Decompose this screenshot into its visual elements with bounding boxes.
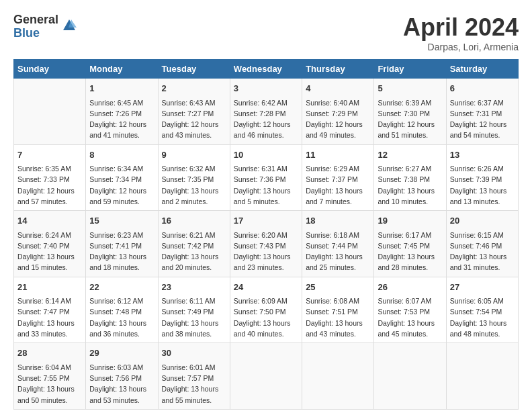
day-cell: 23Sunrise: 6:11 AMSunset: 7:49 PMDayligh…	[158, 277, 230, 343]
logo-blue: Blue	[13, 27, 58, 40]
cell-content: Sunrise: 6:27 AMSunset: 7:38 PMDaylight:…	[378, 163, 442, 207]
day-cell: 27Sunrise: 6:05 AMSunset: 7:54 PMDayligh…	[446, 277, 518, 343]
day-cell: 16Sunrise: 6:21 AMSunset: 7:42 PMDayligh…	[158, 211, 230, 277]
day-number: 19	[378, 214, 442, 228]
day-cell: 4Sunrise: 6:40 AMSunset: 7:29 PMDaylight…	[302, 79, 374, 145]
day-cell: 10Sunrise: 6:31 AMSunset: 7:36 PMDayligh…	[230, 144, 302, 211]
week-row-1: 1Sunrise: 6:45 AMSunset: 7:26 PMDaylight…	[14, 79, 519, 145]
day-cell: 13Sunrise: 6:26 AMSunset: 7:39 PMDayligh…	[446, 144, 518, 211]
day-number: 12	[378, 148, 442, 162]
day-number: 3	[234, 82, 298, 95]
logo-general: General	[13, 13, 58, 27]
cell-content: Sunrise: 6:15 AMSunset: 7:46 PMDaylight:…	[450, 230, 515, 273]
cell-content: Sunrise: 6:42 AMSunset: 7:28 PMDaylight:…	[234, 97, 298, 141]
weekday-header-monday: Monday	[86, 60, 158, 79]
cell-content: Sunrise: 6:20 AMSunset: 7:43 PMDaylight:…	[234, 230, 298, 273]
cell-content: Sunrise: 6:39 AMSunset: 7:30 PMDaylight:…	[378, 97, 442, 141]
day-number: 27	[450, 281, 515, 294]
cell-content: Sunrise: 6:09 AMSunset: 7:50 PMDaylight:…	[234, 295, 298, 339]
day-number: 20	[450, 214, 515, 228]
day-cell: 21Sunrise: 6:14 AMSunset: 7:47 PMDayligh…	[14, 277, 86, 343]
day-number: 4	[306, 82, 370, 95]
day-cell: 3Sunrise: 6:42 AMSunset: 7:28 PMDaylight…	[230, 79, 302, 145]
cell-content: Sunrise: 6:32 AMSunset: 7:35 PMDaylight:…	[162, 163, 226, 207]
logo: General Blue	[13, 13, 77, 40]
day-cell: 12Sunrise: 6:27 AMSunset: 7:38 PMDayligh…	[374, 144, 446, 211]
cell-content: Sunrise: 6:45 AMSunset: 7:26 PMDaylight:…	[89, 97, 154, 141]
day-number: 26	[378, 281, 442, 294]
day-number: 30	[162, 347, 226, 360]
cell-content: Sunrise: 6:40 AMSunset: 7:29 PMDaylight:…	[306, 97, 370, 141]
day-cell: 19Sunrise: 6:17 AMSunset: 7:45 PMDayligh…	[374, 211, 446, 277]
day-number: 8	[89, 148, 154, 162]
calendar-table: SundayMondayTuesdayWednesdayThursdayFrid…	[13, 59, 519, 410]
day-cell: 29Sunrise: 6:03 AMSunset: 7:56 PMDayligh…	[86, 343, 158, 410]
cell-content: Sunrise: 6:17 AMSunset: 7:45 PMDaylight:…	[378, 230, 442, 273]
day-number: 1	[89, 82, 154, 95]
day-number: 22	[89, 281, 154, 294]
day-cell: 30Sunrise: 6:01 AMSunset: 7:57 PMDayligh…	[158, 343, 230, 410]
day-number: 7	[17, 148, 82, 162]
cell-content: Sunrise: 6:43 AMSunset: 7:27 PMDaylight:…	[162, 97, 226, 141]
cell-content: Sunrise: 6:05 AMSunset: 7:54 PMDaylight:…	[450, 295, 515, 339]
week-row-4: 21Sunrise: 6:14 AMSunset: 7:47 PMDayligh…	[14, 277, 519, 343]
day-cell: 24Sunrise: 6:09 AMSunset: 7:50 PMDayligh…	[230, 277, 302, 343]
month-title: April 2024	[403, 13, 519, 42]
day-cell	[302, 343, 374, 410]
cell-content: Sunrise: 6:35 AMSunset: 7:33 PMDaylight:…	[17, 163, 82, 207]
page-header: General Blue April 2024 Darpas, Lori, Ar…	[13, 13, 519, 52]
day-cell: 7Sunrise: 6:35 AMSunset: 7:33 PMDaylight…	[14, 144, 86, 211]
weekday-header-saturday: Saturday	[446, 60, 518, 79]
day-number: 28	[17, 347, 82, 360]
day-number: 16	[162, 214, 226, 228]
cell-content: Sunrise: 6:34 AMSunset: 7:34 PMDaylight:…	[89, 163, 154, 207]
weekday-header-wednesday: Wednesday	[230, 60, 302, 79]
day-cell: 18Sunrise: 6:18 AMSunset: 7:44 PMDayligh…	[302, 211, 374, 277]
day-cell	[446, 343, 518, 410]
cell-content: Sunrise: 6:07 AMSunset: 7:53 PMDaylight:…	[378, 295, 442, 339]
weekday-header-thursday: Thursday	[302, 60, 374, 79]
day-cell: 5Sunrise: 6:39 AMSunset: 7:30 PMDaylight…	[374, 79, 446, 145]
day-cell: 17Sunrise: 6:20 AMSunset: 7:43 PMDayligh…	[230, 211, 302, 277]
cell-content: Sunrise: 6:21 AMSunset: 7:42 PMDaylight:…	[162, 230, 226, 273]
location: Darpas, Lori, Armenia	[403, 42, 519, 52]
day-number: 24	[234, 281, 298, 294]
day-number: 5	[378, 82, 442, 95]
day-cell: 2Sunrise: 6:43 AMSunset: 7:27 PMDaylight…	[158, 79, 230, 145]
cell-content: Sunrise: 6:26 AMSunset: 7:39 PMDaylight:…	[450, 163, 515, 207]
day-number: 15	[89, 214, 154, 228]
day-number: 25	[306, 281, 370, 294]
cell-content: Sunrise: 6:37 AMSunset: 7:31 PMDaylight:…	[450, 97, 515, 141]
title-area: April 2024 Darpas, Lori, Armenia	[403, 13, 519, 52]
cell-content: Sunrise: 6:29 AMSunset: 7:37 PMDaylight:…	[306, 163, 370, 207]
day-cell: 1Sunrise: 6:45 AMSunset: 7:26 PMDaylight…	[86, 79, 158, 145]
cell-content: Sunrise: 6:24 AMSunset: 7:40 PMDaylight:…	[17, 230, 82, 273]
cell-content: Sunrise: 6:23 AMSunset: 7:41 PMDaylight:…	[89, 230, 154, 273]
cell-content: Sunrise: 6:11 AMSunset: 7:49 PMDaylight:…	[162, 295, 226, 339]
week-row-5: 28Sunrise: 6:04 AMSunset: 7:55 PMDayligh…	[14, 343, 519, 410]
day-cell: 9Sunrise: 6:32 AMSunset: 7:35 PMDaylight…	[158, 144, 230, 211]
day-number: 29	[89, 347, 154, 360]
cell-content: Sunrise: 6:31 AMSunset: 7:36 PMDaylight:…	[234, 163, 298, 207]
weekday-header-sunday: Sunday	[14, 60, 86, 79]
weekday-header-tuesday: Tuesday	[158, 60, 230, 79]
cell-content: Sunrise: 6:04 AMSunset: 7:55 PMDaylight:…	[17, 362, 82, 406]
day-cell: 6Sunrise: 6:37 AMSunset: 7:31 PMDaylight…	[446, 79, 518, 145]
day-cell: 28Sunrise: 6:04 AMSunset: 7:55 PMDayligh…	[14, 343, 86, 410]
cell-content: Sunrise: 6:08 AMSunset: 7:51 PMDaylight:…	[306, 295, 370, 339]
day-number: 11	[306, 148, 370, 162]
day-number: 6	[450, 82, 515, 95]
day-number: 23	[162, 281, 226, 294]
weekday-header-friday: Friday	[374, 60, 446, 79]
day-cell: 26Sunrise: 6:07 AMSunset: 7:53 PMDayligh…	[374, 277, 446, 343]
day-cell: 11Sunrise: 6:29 AMSunset: 7:37 PMDayligh…	[302, 144, 374, 211]
day-number: 17	[234, 214, 298, 228]
day-number: 18	[306, 214, 370, 228]
cell-content: Sunrise: 6:03 AMSunset: 7:56 PMDaylight:…	[89, 362, 154, 406]
day-cell: 20Sunrise: 6:15 AMSunset: 7:46 PMDayligh…	[446, 211, 518, 277]
cell-content: Sunrise: 6:18 AMSunset: 7:44 PMDaylight:…	[306, 230, 370, 273]
cell-content: Sunrise: 6:12 AMSunset: 7:48 PMDaylight:…	[89, 295, 154, 339]
day-number: 10	[234, 148, 298, 162]
day-cell: 14Sunrise: 6:24 AMSunset: 7:40 PMDayligh…	[14, 211, 86, 277]
week-row-3: 14Sunrise: 6:24 AMSunset: 7:40 PMDayligh…	[14, 211, 519, 277]
